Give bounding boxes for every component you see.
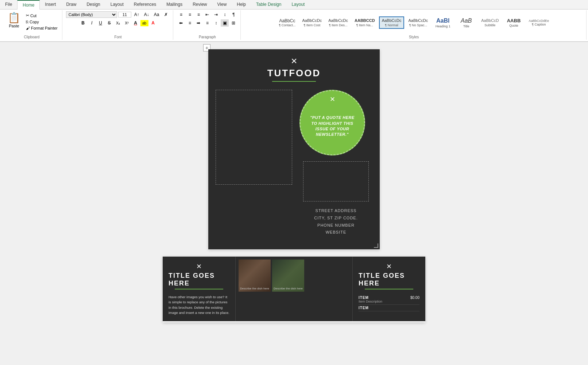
style-item-caption[interactable]: AaBbCcDdEe ¶ Caption [526, 18, 552, 28]
style-name-itemna: ¶ Item Na... [356, 23, 373, 27]
superscript-button[interactable]: X² [123, 20, 131, 26]
increase-font-button[interactable]: A↑ [132, 11, 141, 18]
style-item-itemna[interactable]: AABBCCD ¶ Item Na... [352, 17, 378, 28]
italic-button[interactable]: I [88, 19, 96, 27]
page-1[interactable]: + ✕ TUTFOOD ✕ "PUT A QUOTE HERE TO HIGHL… [208, 49, 380, 249]
style-item-title[interactable]: AaB Title [455, 16, 477, 29]
tab-file[interactable]: File [0, 0, 17, 9]
format-painter-button[interactable]: 🖌 Format Painter [24, 25, 59, 31]
page2-mid: Describe the dish here Describe the dish… [236, 257, 352, 321]
style-preview-contact: AaBbCc [279, 18, 295, 23]
style-name-subtitle: Subtitle [484, 23, 495, 27]
food-image-1[interactable]: Describe the dish here [239, 260, 271, 292]
quote-circle[interactable]: ✕ "PUT A QUOTE HERE TO HIGHLIGHT THIS IS… [299, 90, 365, 155]
style-name-quote: Quote [509, 24, 518, 27]
sort-button[interactable]: ↕ [221, 11, 229, 18]
right-column: ✕ "PUT A QUOTE HERE TO HIGHLIGHT THIS IS… [299, 90, 372, 242]
style-preview-subtitle: AaBbCcD [481, 18, 499, 23]
align-right-button[interactable]: ➡ [194, 19, 202, 27]
style-item-itemdes[interactable]: AaBbCcDc ¶ Item Des... [326, 17, 351, 28]
shading-button[interactable]: ▣ [221, 19, 229, 27]
highlight-button[interactable]: ab [140, 20, 148, 26]
tab-mailings[interactable]: Mailings [161, 0, 187, 9]
tab-layout-right[interactable]: Layout [286, 0, 310, 9]
increase-indent-button[interactable]: ⇥ [212, 11, 220, 18]
show-marks-button[interactable]: ¶ [229, 11, 237, 18]
underline-button[interactable]: U [97, 19, 105, 27]
tab-help[interactable]: Help [232, 0, 251, 9]
numbering-button[interactable]: ≡ [186, 11, 194, 18]
style-item-normal[interactable]: AaBbCcDc ¶ Normal [379, 16, 405, 28]
style-preview-title: AaB [461, 17, 472, 24]
style-item-nospace[interactable]: AaBbCcDc ¶ No Spac... [406, 17, 430, 28]
decrease-indent-button[interactable]: ⇤ [203, 11, 211, 18]
tab-table-design[interactable]: Table Design [251, 0, 286, 9]
right-image-placeholder[interactable] [303, 161, 369, 201]
clear-formatting-button[interactable]: ✗ [162, 11, 170, 18]
copy-button[interactable]: ⎘ Copy [24, 19, 59, 25]
borders-button[interactable]: ⊞ [229, 19, 237, 27]
tab-layout[interactable]: Layout [105, 0, 129, 9]
ribbon-tabs: File Home Insert Draw Design Layout Refe… [0, 0, 588, 9]
paragraph-group: ≡ ≡ ≡ ⇤ ⇥ ↕ ¶ ⬅ ≡ ➡ ≡ ↕ ▣ ⊞ Pa [174, 10, 241, 40]
tab-insert[interactable]: Insert [40, 0, 61, 9]
style-item-subtitle[interactable]: AaBbCcD Subtitle [479, 17, 501, 28]
format-painter-label: Format Painter [31, 26, 58, 30]
font-size-input[interactable] [118, 12, 131, 18]
format-painter-icon: 🖌 [26, 26, 30, 30]
paragraph-content: ≡ ≡ ≡ ⇤ ⇥ ↕ ¶ ⬅ ≡ ➡ ≡ ↕ ▣ ⊞ [177, 11, 237, 34]
circle-icon: ✕ [330, 95, 335, 103]
style-name-title: Title [463, 24, 469, 28]
food-image-2[interactable]: Describe the dish here [272, 260, 304, 292]
line-spacing-button[interactable]: ↕ [212, 19, 220, 27]
style-preview-itemdes: AaBbCcDc [328, 18, 348, 23]
justify-button[interactable]: ≡ [203, 19, 211, 27]
align-center-button[interactable]: ≡ [186, 19, 194, 27]
style-item-itemcost[interactable]: AaBbCcDc ¶ Item Cost [299, 17, 324, 28]
style-name-itemcost: ¶ Item Cost [303, 23, 320, 27]
paste-button[interactable]: 📋 Paste [4, 11, 24, 30]
address-line1: STREET ADDRESS [299, 207, 372, 215]
tab-review[interactable]: Review [187, 0, 212, 9]
styles-label: Styles [409, 34, 419, 39]
subscript-button[interactable]: X₂ [114, 20, 122, 26]
style-item-heading1[interactable]: AaBl Heading 1 [432, 16, 454, 29]
left-image-placeholder[interactable] [216, 90, 292, 185]
copy-label: Copy [30, 20, 39, 24]
address-line2: CITY, ST ZIP CODE. [299, 215, 372, 222]
change-case-button[interactable]: Aa [152, 11, 161, 18]
fork-knife-icon: ✕ [291, 57, 297, 66]
cut-icon: ✂ [26, 13, 29, 18]
left-title-area: ✕ TITLE GOES HERE [169, 262, 229, 291]
tab-view[interactable]: View [212, 0, 232, 9]
bold-button[interactable]: B [79, 19, 87, 27]
food-caption-2: Describe the dish here [272, 287, 304, 290]
strikethrough-button[interactable]: S [105, 19, 113, 27]
align-left-button[interactable]: ⬅ [177, 19, 185, 27]
cut-button[interactable]: ✂ Cut [24, 12, 59, 19]
bullets-button[interactable]: ≡ [177, 11, 185, 18]
page1-content: ✕ TUTFOOD ✕ "PUT A QUOTE HERE TO HIGHLIG… [208, 49, 380, 249]
style-preview-heading1: AaBl [436, 17, 449, 24]
paste-label: Paste [9, 24, 19, 28]
food-images: Describe the dish here Describe the dish… [239, 260, 349, 292]
style-item-contact[interactable]: AaBbCc ¶ Contact... [276, 17, 298, 28]
right-title-area: ✕ TITLE GOES HERE [359, 262, 419, 291]
style-name-normal: ¶ Normal [385, 23, 398, 27]
font-name-select[interactable]: Calibri (Body) [66, 11, 117, 18]
right-section-divider [365, 289, 414, 289]
decrease-font-button[interactable]: A↓ [142, 11, 151, 18]
style-preview-itemcost: AaBbCcDc [302, 18, 322, 23]
style-item-quote[interactable]: AABB Quote [503, 16, 525, 29]
multilevel-button[interactable]: ≡ [194, 11, 202, 18]
menu-item-1-desc: Item Description [359, 300, 410, 303]
right-section-title: TITLE GOES HERE [359, 272, 419, 287]
tab-home[interactable]: Home [17, 0, 40, 9]
tab-references[interactable]: References [129, 0, 161, 9]
text-color-button[interactable]: A [149, 19, 157, 27]
menu-item-1: ITEM Item Description $0.00 [359, 295, 419, 305]
page-2[interactable]: ✕ TITLE GOES HERE Have other images you … [163, 257, 425, 322]
tab-design[interactable]: Design [81, 0, 105, 9]
font-color-button[interactable]: A [132, 19, 140, 27]
tab-draw[interactable]: Draw [61, 0, 81, 9]
